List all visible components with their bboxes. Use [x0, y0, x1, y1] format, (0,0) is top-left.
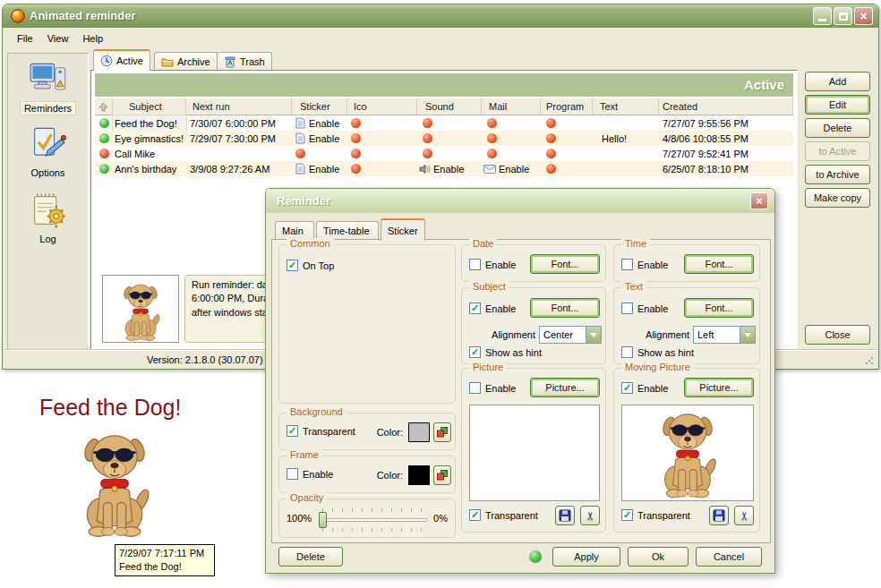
picture-save-button[interactable] [555, 506, 575, 525]
sidebar-item-options[interactable]: Options [7, 124, 89, 179]
dialog-close-button[interactable]: × [750, 192, 768, 209]
moving-picture-cut-button[interactable]: ✂ [734, 506, 754, 525]
frame-color-label: Color: [356, 470, 403, 481]
moving-picture-save-button[interactable] [709, 506, 729, 525]
add-button[interactable]: Add [805, 72, 870, 91]
chevron-down-icon[interactable] [740, 327, 755, 343]
edit-button[interactable]: Edit [805, 95, 870, 115]
sticker-doc-icon [295, 163, 305, 175]
common-caption: Common [287, 238, 334, 249]
delete-button[interactable]: Delete [805, 118, 870, 138]
dialog-delete-button[interactable]: Delete [278, 547, 343, 567]
sidebar-item-log[interactable]: Log [7, 191, 89, 245]
frame-enable-label: Enable [303, 469, 333, 480]
resize-grip[interactable] [864, 355, 875, 366]
column-header-ico[interactable]: Ico [347, 98, 417, 115]
column-header-subject[interactable]: Subject [113, 98, 186, 115]
to-archive-button[interactable]: to Archive [805, 165, 870, 184]
menu-help[interactable]: Help [76, 31, 109, 46]
apply-button[interactable]: Apply [552, 547, 620, 567]
sort-column-header[interactable] [95, 98, 113, 115]
picture-transparent-checkbox[interactable]: ✓ [469, 509, 481, 521]
tab-trash[interactable]: Trash [217, 52, 272, 71]
moving-picture-transparent-checkbox[interactable]: ✓ [621, 509, 633, 521]
column-header-program[interactable]: Program [541, 98, 593, 115]
dialog-tab-main[interactable]: Main [275, 221, 314, 240]
table-row[interactable]: Ann's birthday 3/9/08 9:27:26 AM Enable … [95, 161, 793, 176]
moving-picture-enable-checkbox[interactable]: ✓ [621, 382, 633, 394]
subject-enable-checkbox[interactable]: ✓ [469, 303, 481, 314]
table-row[interactable]: Eye gimnastics! 7/29/07 7:30:00 PM Enabl… [95, 131, 793, 146]
column-header-created[interactable]: Created [659, 98, 793, 115]
maximize-button[interactable] [834, 7, 852, 25]
text-show-as-hint-checkbox[interactable] [621, 346, 633, 358]
date-enable-checkbox[interactable] [469, 259, 481, 270]
chevron-down-icon[interactable] [586, 327, 601, 343]
time-group: Time Enable Font... [613, 244, 760, 282]
active-tab-clock-icon [100, 55, 113, 67]
frame-color-swatch[interactable] [408, 465, 430, 485]
speaker-icon [419, 164, 431, 175]
close-button[interactable]: Close [805, 325, 870, 345]
subject-show-as-hint-checkbox[interactable]: ✓ [469, 346, 481, 358]
date-font-button[interactable]: Font... [530, 254, 600, 274]
text-alignment-select[interactable]: Left [693, 326, 756, 344]
tab-archive[interactable]: Archive [154, 52, 218, 71]
time-caption: Time [621, 238, 650, 249]
cell-created: 7/27/07 9:52:41 PM [659, 146, 793, 161]
background-group: Background ✓ Transparent Color: [278, 413, 456, 450]
make-copy-button[interactable]: Make copy [805, 188, 870, 208]
text-font-button[interactable]: Font... [684, 298, 754, 318]
dialog-tab-sticker[interactable]: Sticker [381, 218, 425, 241]
picture-cut-button[interactable]: ✂ [580, 506, 600, 525]
moving-picture-dog-image [653, 406, 723, 499]
menu-view[interactable]: View [41, 31, 75, 46]
time-enable-checkbox[interactable] [621, 259, 633, 270]
cancel-button[interactable]: Cancel [696, 547, 762, 567]
text-show-as-hint-label: Show as hint [637, 347, 694, 358]
picture-enable-checkbox[interactable] [469, 382, 481, 394]
mail-red-icon [487, 118, 497, 128]
opacity-slider[interactable] [319, 508, 428, 532]
sidebar-item-reminders[interactable]: Reminders [7, 60, 89, 115]
program-red-icon [546, 118, 556, 128]
title-bar[interactable]: Animated reminder × [3, 4, 878, 28]
subject-alignment-select[interactable]: Center [539, 326, 602, 344]
dialog-title-bar[interactable]: Reminder × [266, 189, 774, 213]
menu-bar: File View Help [4, 28, 877, 48]
tab-active[interactable]: Active [93, 49, 150, 71]
app-icon [11, 9, 25, 23]
background-color-picker-button[interactable] [433, 422, 451, 442]
moving-picture-button[interactable]: Picture... [684, 378, 754, 397]
subject-enable-label: Enable [485, 303, 516, 314]
close-window-button[interactable]: × [854, 7, 873, 25]
on-top-checkbox[interactable]: ✓ [287, 260, 298, 271]
time-font-button[interactable]: Font... [684, 254, 754, 274]
text-enable-checkbox[interactable] [621, 303, 633, 314]
background-color-swatch[interactable] [408, 422, 430, 442]
table-row[interactable]: Feed the Dog! 7/30/07 6:00:00 PM Enable … [95, 115, 793, 131]
subject-alignment-value: Center [540, 329, 586, 340]
sidebar: Reminders Options Log [7, 53, 89, 350]
subject-font-button[interactable]: Font... [530, 298, 600, 318]
column-header-next-run[interactable]: Next run [186, 98, 292, 115]
frame-enable-checkbox[interactable] [287, 468, 298, 480]
moving-picture-group: Moving Picture ✓ Enable Picture... ✓ Tra… [613, 368, 760, 533]
ok-button[interactable]: Ok [628, 547, 689, 567]
column-header-text[interactable]: Text [593, 98, 659, 115]
column-header-sound[interactable]: Sound [417, 98, 482, 115]
column-header-mail[interactable]: Mail [482, 98, 541, 115]
table-row[interactable]: Call Mike 7/27/07 9:52:41 PM [95, 146, 793, 161]
sort-arrow-up-icon [98, 102, 108, 112]
menu-file[interactable]: File [11, 31, 39, 46]
minimize-button[interactable] [813, 7, 832, 25]
opacity-slider-thumb[interactable] [319, 512, 327, 528]
background-transparent-checkbox[interactable]: ✓ [287, 425, 298, 437]
moving-picture-preview-box [621, 405, 754, 501]
picture-button[interactable]: Picture... [530, 378, 600, 397]
frame-color-picker-button[interactable] [433, 465, 451, 485]
cell-next-run: 7/30/07 6:00:00 PM [186, 115, 292, 131]
sidebar-label-reminders: Reminders [21, 102, 75, 115]
dialog-tab-time-table[interactable]: Time-table [316, 221, 379, 240]
column-header-sticker[interactable]: Sticker [292, 98, 347, 115]
